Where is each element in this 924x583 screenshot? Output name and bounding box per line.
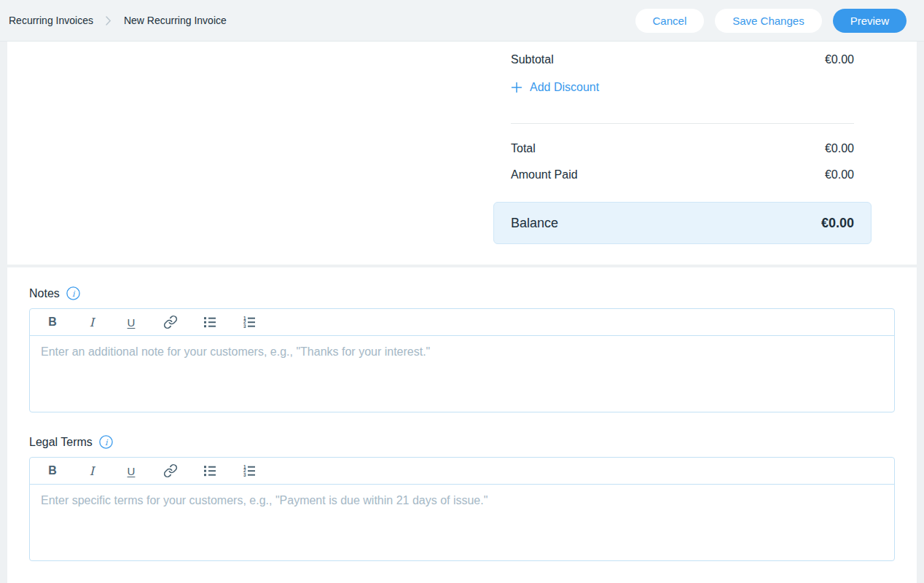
notes-label-row: Notes i (29, 286, 895, 300)
balance-value: €0.00 (821, 216, 854, 231)
svg-text:3: 3 (243, 472, 246, 477)
amount-paid-value: €0.00 (825, 168, 854, 181)
balance-label: Balance (511, 216, 558, 231)
italic-icon[interactable]: I (84, 463, 100, 479)
notes-placeholder: Enter an additional note for your custom… (41, 345, 430, 358)
preview-button[interactable]: Preview (833, 9, 907, 33)
underline-icon[interactable]: U (123, 314, 139, 330)
cancel-button[interactable]: Cancel (635, 9, 705, 33)
underline-icon[interactable]: U (123, 463, 139, 479)
breadcrumb-current: New Recurring Invoice (124, 15, 227, 26)
svg-text:3: 3 (243, 324, 246, 329)
header-actions: Cancel Save Changes Preview (635, 9, 907, 33)
bold-icon[interactable]: B (44, 314, 60, 330)
breadcrumb: Recurring Invoices New Recurring Invoice (9, 15, 227, 26)
subtotal-row: Subtotal €0.00 (493, 53, 872, 66)
legal-terms-info-icon[interactable]: i (99, 435, 113, 449)
plus-icon (511, 82, 522, 93)
amount-paid-label: Amount Paid (511, 168, 578, 181)
totals-divider (511, 123, 854, 124)
svg-text:i: i (72, 289, 76, 299)
notes-info-icon[interactable]: i (66, 286, 80, 300)
legal-terms-input[interactable]: Enter specific terms for your customers,… (30, 485, 894, 561)
notes-input[interactable]: Enter an additional note for your custom… (30, 336, 894, 412)
subtotal-label: Subtotal (511, 53, 554, 66)
balance-box: Balance €0.00 (493, 202, 872, 244)
numbered-list-icon[interactable]: 123 (241, 314, 257, 330)
add-discount-link[interactable]: Add Discount (511, 81, 599, 94)
legal-terms-label-row: Legal Terms i (29, 435, 895, 449)
notes-editor: B I U 123 Enter an additional note for y… (29, 308, 895, 412)
save-changes-button[interactable]: Save Changes (715, 9, 821, 33)
link-icon[interactable] (163, 314, 179, 330)
chevron-right-icon (106, 16, 111, 26)
add-discount-label: Add Discount (530, 81, 599, 94)
breadcrumb-recurring-invoices[interactable]: Recurring Invoices (9, 15, 93, 26)
bold-icon[interactable]: B (44, 463, 60, 479)
italic-icon[interactable]: I (84, 314, 100, 330)
invoice-totals-card: Subtotal €0.00 Add Discount Total €0.00 … (7, 42, 917, 265)
add-discount-row: Add Discount (493, 81, 872, 96)
total-value: €0.00 (825, 142, 854, 155)
notes-legal-card: Notes i B I U 123 Enter an additional no… (7, 267, 917, 583)
total-label: Total (511, 142, 536, 155)
total-row: Total €0.00 (493, 142, 872, 155)
legal-terms-toolbar: B I U 123 (30, 458, 894, 485)
notes-toolbar: B I U 123 (30, 309, 894, 336)
bullet-list-icon[interactable] (202, 314, 218, 330)
subtotal-value: €0.00 (825, 53, 854, 66)
legal-terms-placeholder: Enter specific terms for your customers,… (41, 494, 488, 506)
link-icon[interactable] (163, 463, 179, 479)
bullet-list-icon[interactable] (202, 463, 218, 479)
notes-label: Notes (29, 287, 60, 300)
numbered-list-icon[interactable]: 123 (241, 463, 257, 479)
svg-text:i: i (105, 438, 109, 447)
legal-terms-editor: B I U 123 Enter specific terms for your … (29, 457, 895, 561)
top-bar: Recurring Invoices New Recurring Invoice… (0, 0, 924, 42)
totals-summary: Subtotal €0.00 Add Discount Total €0.00 … (493, 53, 872, 244)
amount-paid-row: Amount Paid €0.00 (493, 168, 872, 181)
legal-terms-label: Legal Terms (29, 436, 93, 449)
